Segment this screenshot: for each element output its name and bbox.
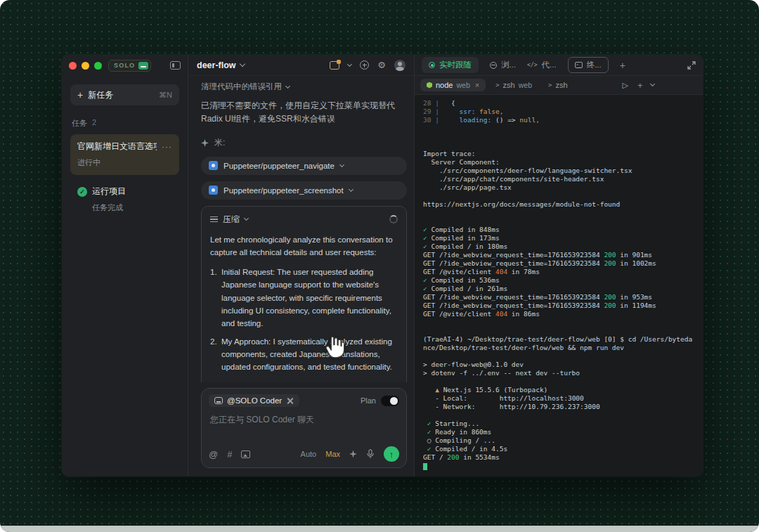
new-task-shortcut: ⌘N bbox=[159, 91, 172, 100]
browser-icon bbox=[490, 62, 497, 69]
terminal-line: ○ Compiling / ... bbox=[423, 436, 694, 445]
avatar[interactable] bbox=[394, 60, 406, 71]
terminal-segment: 29 | bbox=[423, 108, 443, 115]
solo-badge-label: SOLO bbox=[114, 62, 135, 69]
terminal-line: GET /@vite/client 404 in 86ms bbox=[423, 310, 694, 318]
terminal-line: - Network: http://10.79.236.237:3000 bbox=[423, 403, 694, 411]
panel-tab-code[interactable]: 代... bbox=[527, 60, 557, 70]
chevron-down-icon[interactable] bbox=[650, 82, 655, 86]
panel-tab-label: 终... bbox=[587, 60, 602, 70]
new-chat-icon[interactable] bbox=[360, 60, 369, 70]
chevron-down-icon[interactable] bbox=[347, 61, 352, 66]
terminal-segment: in 953ms bbox=[616, 293, 652, 301]
terminal-line: ✓ Compiled in 173ms bbox=[423, 234, 694, 242]
terminal-segment: Compiled in 173ms bbox=[427, 234, 500, 242]
terminal-segment: 404 bbox=[495, 310, 507, 318]
terminal-line bbox=[423, 327, 694, 335]
mention-icon[interactable]: @ bbox=[209, 450, 218, 459]
terminal-line: ✓ Compiled / in 4.5s bbox=[423, 445, 694, 453]
gear-icon[interactable]: ⚙ bbox=[377, 60, 386, 70]
task-item[interactable]: ✓运行项目任务完成 bbox=[70, 179, 179, 220]
terminal-line: GET /?ide_webview_request_time=176165392… bbox=[423, 301, 694, 310]
solo-mode-badge[interactable]: SOLO bbox=[108, 60, 151, 72]
terminal-segment: 200 bbox=[604, 301, 616, 309]
panel-tab-live[interactable]: 实时跟随 bbox=[422, 57, 479, 73]
list-item-number: 1. bbox=[210, 266, 221, 330]
panel-tab-label: 实时跟随 bbox=[439, 60, 472, 70]
agent-selector-chip[interactable]: @SOLO Coder bbox=[209, 394, 299, 407]
preview-app-icon[interactable] bbox=[330, 61, 339, 70]
zoom-window-button[interactable] bbox=[94, 62, 102, 70]
terminal-line: - Local: http://localhost:3000 bbox=[423, 394, 694, 403]
terminal-line bbox=[423, 209, 694, 217]
terminal-segment: 30 | bbox=[423, 116, 443, 124]
close-window-button[interactable] bbox=[69, 62, 77, 70]
terminal-segment: in 5534ms bbox=[460, 453, 500, 461]
list-item-number: 2. bbox=[210, 335, 221, 373]
project-title[interactable]: deer-flow bbox=[197, 60, 236, 70]
solo-coder-icon bbox=[214, 397, 223, 404]
compress-card-header[interactable]: 压缩 bbox=[210, 214, 398, 226]
task-title: 运行项目 bbox=[92, 186, 172, 197]
task-title-row: 官网新增日文语言选项··· bbox=[77, 141, 172, 153]
tool-call-button[interactable]: Puppeteer/puppeteer_navigate bbox=[201, 157, 407, 175]
sidebar-collapse-icon[interactable] bbox=[170, 61, 181, 70]
terminal-segment: null, bbox=[519, 116, 540, 124]
enhance-prompt-icon[interactable] bbox=[349, 450, 357, 458]
task-status: 任务完成 bbox=[92, 202, 172, 213]
terminal-tab[interactable]: zshweb bbox=[489, 79, 538, 91]
terminal-output[interactable]: 28 | {29 | ssr: false,30 | loading: () =… bbox=[415, 95, 703, 476]
terminal-line: ./src/app/chat/components/site-header.ts… bbox=[423, 175, 694, 183]
chat-panel: deer-flow ⚙ 清理代码中的错误引用 已清理不需要的文件，使用自定义下拉… bbox=[188, 55, 415, 476]
panel-tab-terminal[interactable]: 终... bbox=[568, 57, 609, 73]
terminal-tab[interactable]: nodeweb× bbox=[420, 79, 486, 91]
terminal-segment bbox=[443, 116, 460, 124]
terminal-segment: - Local: http://localhost:3000 bbox=[423, 394, 584, 402]
max-mode-label[interactable]: Max bbox=[325, 450, 340, 458]
terminal-line: https://nextjs.org/docs/messages/module-… bbox=[423, 200, 694, 209]
terminal-segment: Import trace: bbox=[423, 150, 475, 157]
run-icon[interactable]: ▷ bbox=[623, 81, 628, 90]
minimize-window-button[interactable] bbox=[82, 62, 89, 70]
terminal-segment: GET /?ide_webview_request_time=176165392… bbox=[423, 301, 604, 309]
terminal-segment: Compiled / in 4.5s bbox=[431, 445, 507, 453]
add-terminal-button[interactable]: + bbox=[637, 80, 643, 91]
chat-composer[interactable]: @SOLO Coder Plan 您正在与 SOLO Coder 聊天 @ # … bbox=[201, 388, 407, 468]
close-icon[interactable]: × bbox=[475, 81, 479, 89]
terminal-segment: ./src/app/page.tsx bbox=[423, 183, 512, 191]
tool-call-button[interactable]: Puppeteer/puppeteer_screenshot bbox=[201, 181, 407, 200]
chevron-down-icon[interactable] bbox=[239, 61, 245, 67]
terminal-tab[interactable]: zsh bbox=[542, 79, 574, 91]
sidebar-body: + 新任务 ⌘N 任务 2 官网新增日文语言选项···进行中✓运行项目任务完成 bbox=[62, 76, 188, 476]
auto-mode-label[interactable]: Auto bbox=[301, 450, 317, 458]
terminal-line: ./src/app/page.tsx bbox=[423, 183, 694, 192]
hashtag-icon[interactable]: # bbox=[227, 450, 232, 459]
expand-panel-icon[interactable] bbox=[687, 61, 696, 70]
terminal-segment: https://nextjs.org/docs/messages/module-… bbox=[423, 200, 620, 208]
panel-tab-browser[interactable]: 浏... bbox=[490, 60, 516, 70]
terminal-line: GET /?ide_webview_request_time=176165392… bbox=[423, 251, 694, 259]
terminal-segment: ✓ bbox=[423, 445, 431, 453]
terminal-segment bbox=[443, 108, 460, 115]
image-attach-icon[interactable] bbox=[241, 450, 250, 458]
send-button[interactable]: ↑ bbox=[384, 446, 399, 462]
sparkle-icon bbox=[201, 139, 209, 147]
compress-card: 压缩 Let me chronologically analyze this c… bbox=[201, 206, 407, 382]
microphone-icon[interactable] bbox=[366, 449, 375, 459]
plan-toggle[interactable] bbox=[381, 396, 399, 406]
task-item[interactable]: 官网新增日文语言选项···进行中 bbox=[70, 134, 179, 175]
terminal-segment: GET /?ide_webview_request_time=176165392… bbox=[423, 259, 604, 267]
new-task-button[interactable]: + 新任务 ⌘N bbox=[70, 84, 179, 105]
terminal-segment: Next.js 15.5.6 (Turbopack) bbox=[439, 386, 547, 394]
add-panel-tab-button[interactable]: + bbox=[620, 60, 625, 71]
code-icon bbox=[527, 62, 537, 68]
loading-spinner-icon bbox=[389, 215, 398, 223]
summary-list-item: 1.Initial Request: The user requested ad… bbox=[210, 266, 398, 330]
message-input[interactable]: 您正在与 SOLO Coder 聊天 bbox=[209, 413, 399, 442]
collapsed-step-row[interactable]: 清理代码中的错误引用 bbox=[201, 82, 407, 92]
terminal-line: GET /@vite/client 404 in 78ms bbox=[423, 268, 694, 276]
tasks-section-header: 任务 2 bbox=[72, 118, 178, 129]
terminal-segment: - Network: http://10.79.236.237:3000 bbox=[423, 403, 600, 410]
terminal-line: 30 | loading: () => null, bbox=[423, 116, 694, 124]
terminal-segment: 200 bbox=[604, 259, 616, 267]
